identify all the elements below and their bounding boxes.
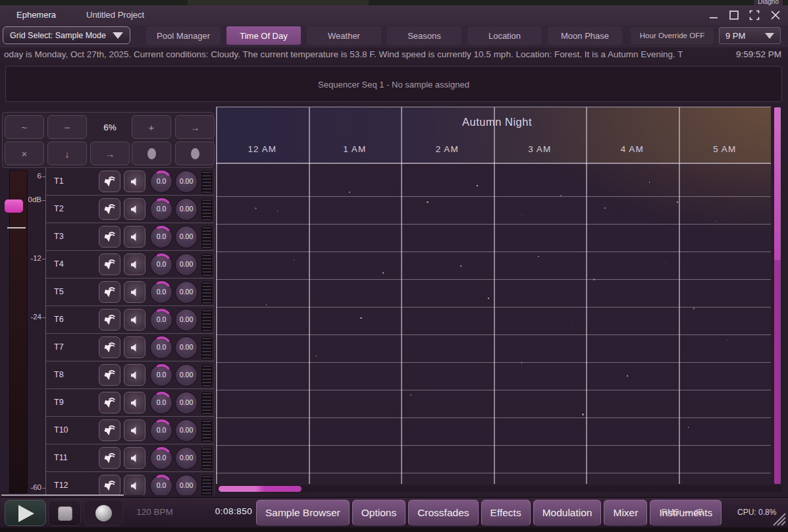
timeline-grid[interactable]: 12 AM1 AM2 AM3 AM4 AM5 AM Autumn Night: [216, 107, 771, 484]
toolbar-close-button[interactable]: ×: [5, 142, 44, 165]
track-mute-button[interactable]: [124, 475, 145, 495]
track-mute-button[interactable]: [124, 253, 145, 275]
hour-select-dropdown[interactable]: 9 PM: [719, 27, 781, 44]
maximize-button[interactable]: [726, 9, 742, 21]
track-gain-knob[interactable]: 0.00: [174, 308, 198, 332]
track-pan-knob[interactable]: 0.0: [149, 336, 173, 359]
track-audition-button[interactable]: [99, 226, 120, 248]
track-name: T11: [54, 453, 68, 462]
ticker-message: oday is Monday, Oct 27th, 2025. Current …: [4, 49, 683, 59]
pan-value: 0.0: [149, 481, 173, 489]
hour-override-button[interactable]: Hour Override OFF: [631, 27, 714, 44]
resize-grip[interactable]: [770, 510, 787, 527]
close-button[interactable]: [768, 9, 783, 21]
toolbar-oval-button-1[interactable]: [132, 142, 171, 165]
track-mute-button[interactable]: [124, 419, 145, 441]
track-gain-knob[interactable]: 0.00: [174, 474, 198, 495]
track-mute-button[interactable]: [124, 364, 145, 386]
fullscreen-button[interactable]: [747, 9, 762, 21]
track-pan-knob[interactable]: 0.0: [149, 419, 173, 442]
background-window-strip: Diagno: [0, 0, 788, 5]
record-button[interactable]: [84, 500, 123, 526]
track-audition-button[interactable]: [99, 475, 120, 495]
tab-pool-manager[interactable]: Pool Manager: [146, 26, 221, 45]
track-audition-button[interactable]: [99, 253, 120, 275]
star-dot: [488, 298, 489, 299]
toolbar-arrow-right-button[interactable]: →: [175, 115, 215, 139]
track-mute-button[interactable]: [124, 198, 145, 220]
grid-select-dropdown[interactable]: Grid Select: Sample Mode: [3, 26, 130, 44]
stop-button[interactable]: [48, 500, 81, 526]
track-mute-button[interactable]: [124, 392, 145, 413]
track-audition-button[interactable]: [99, 281, 120, 303]
track-mute-button[interactable]: [124, 336, 145, 358]
track-gain-knob[interactable]: 0.00: [174, 363, 198, 387]
track-pan-knob[interactable]: 0.0: [149, 170, 173, 194]
gain-value: 0.00: [174, 260, 198, 268]
track-pan-knob[interactable]: 0.0: [149, 308, 173, 332]
panel-button-sample-browser[interactable]: Sample Browser: [256, 500, 350, 526]
tab-seasons[interactable]: Seasons: [387, 26, 461, 45]
panel-button-crossfades[interactable]: Crossfades: [408, 500, 478, 526]
panel-button-mixer[interactable]: Mixer: [604, 500, 647, 526]
track-gain-knob[interactable]: 0.00: [174, 198, 198, 221]
master-fader-track[interactable]: [9, 170, 28, 493]
track-mute-button[interactable]: [124, 447, 145, 469]
tab-moon-phase[interactable]: Moon Phase: [548, 26, 622, 45]
star-dot: [693, 307, 695, 309]
zoom-level-label: 6%: [90, 115, 130, 139]
toolbar-arrow-down-button[interactable]: ↓: [47, 142, 87, 165]
track-audition-button[interactable]: [99, 419, 120, 441]
vertical-scrollbar-thumb[interactable]: [774, 107, 781, 260]
tab-location[interactable]: Location: [467, 26, 542, 45]
track-pan-knob[interactable]: 0.0: [149, 391, 173, 415]
track-pan-knob[interactable]: 0.0: [149, 474, 173, 495]
close-icon: ×: [22, 148, 28, 159]
horizontal-scrollbar[interactable]: [217, 485, 782, 492]
toolbar-arrow-right-button[interactable]: →: [90, 142, 130, 165]
track-gain-knob[interactable]: 0.00: [174, 170, 198, 194]
minimize-button[interactable]: [706, 9, 722, 21]
tab-weather[interactable]: Weather: [307, 26, 381, 45]
track-gain-knob[interactable]: 0.00: [174, 280, 198, 304]
track-mute-button[interactable]: [124, 171, 145, 192]
track-audition-button[interactable]: [99, 171, 120, 192]
panel-button-options[interactable]: Options: [352, 500, 406, 526]
gain-value: 0.00: [174, 371, 198, 379]
tab-time-of-day[interactable]: Time Of Day: [226, 26, 301, 45]
track-audition-button[interactable]: [99, 364, 120, 386]
track-gain-knob[interactable]: 0.00: [174, 419, 198, 442]
toolbar-zoom-in-button[interactable]: +: [132, 115, 171, 139]
track-gain-knob[interactable]: 0.00: [174, 446, 198, 470]
track-pan-knob[interactable]: 0.0: [149, 225, 173, 249]
track-pan-knob[interactable]: 0.0: [149, 253, 173, 277]
toolbar-zoom-out-button[interactable]: −: [47, 115, 87, 139]
master-fader-handle[interactable]: [5, 200, 23, 213]
track-audition-button[interactable]: [99, 447, 120, 469]
track-audition-button[interactable]: [99, 309, 120, 331]
track-pan-knob[interactable]: 0.0: [149, 198, 173, 221]
play-button[interactable]: [5, 500, 46, 526]
track-gain-knob[interactable]: 0.00: [174, 336, 198, 359]
track-pan-knob[interactable]: 0.0: [149, 446, 173, 470]
panel-button-modulation[interactable]: Modulation: [533, 500, 602, 526]
vertical-scrollbar[interactable]: [774, 107, 781, 484]
track-gain-knob[interactable]: 0.00: [174, 391, 198, 415]
titlebar[interactable]: Ephemera Untitled Project: [0, 5, 788, 25]
horizontal-scrollbar-thumb[interactable]: [219, 486, 302, 492]
track-mute-button[interactable]: [124, 309, 145, 331]
track-gain-knob[interactable]: 0.00: [174, 225, 198, 249]
audition-icon: [103, 451, 117, 465]
track-audition-button[interactable]: [99, 336, 120, 358]
track-audition-button[interactable]: [99, 198, 120, 220]
panel-button-effects[interactable]: Effects: [481, 500, 531, 526]
track-gain-knob[interactable]: 0.00: [174, 253, 198, 277]
audition-icon: [103, 257, 117, 271]
toolbar-oval-button-2[interactable]: [175, 142, 215, 165]
track-pan-knob[interactable]: 0.0: [149, 363, 173, 387]
track-mute-button[interactable]: [124, 281, 145, 303]
track-mute-button[interactable]: [124, 226, 145, 248]
toolbar-wave-button[interactable]: ~: [5, 115, 44, 139]
track-pan-knob[interactable]: 0.0: [149, 280, 173, 304]
track-audition-button[interactable]: [99, 392, 120, 413]
